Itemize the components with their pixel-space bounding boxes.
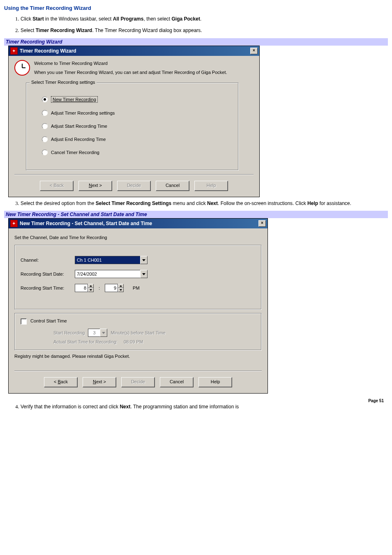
- text: . Follow the on-screen instructions. Cli…: [218, 200, 307, 206]
- radio-label: New Timer Recording: [51, 96, 98, 103]
- radio-label: Adjust Start Recording Time: [51, 124, 107, 129]
- radio-adjust-settings[interactable]: Adjust Timer Recording settings: [34, 110, 231, 116]
- lead-value: 3: [88, 329, 100, 337]
- actual-start-label: Actual Start Time for Recording:: [53, 339, 118, 344]
- minute-spinner[interactable]: 9: [105, 284, 124, 292]
- text: Next: [120, 404, 130, 410]
- step-3: Select the desired option from the Selec…: [21, 200, 388, 207]
- text: Next: [207, 200, 218, 206]
- figure-caption-2: New Timer Recording - Set Channel and St…: [4, 211, 388, 218]
- decide-button: Decide: [121, 377, 155, 387]
- underline: B: [58, 379, 61, 384]
- ampm-label: PM: [133, 286, 140, 290]
- figure-caption-1: Timer Recording Wizard: [4, 38, 388, 46]
- text: ack: [61, 379, 68, 384]
- dropdown-arrow-icon: [140, 256, 148, 264]
- close-button[interactable]: ×: [258, 220, 266, 227]
- actual-start-row: Actual Start Time for Recording: 08:09 P…: [53, 339, 256, 344]
- spin-up-icon[interactable]: [118, 284, 124, 288]
- text: Select: [21, 28, 36, 33]
- intro-line-2: When you use Timer Recording Wizard, you…: [34, 69, 227, 76]
- text: Help: [307, 200, 318, 206]
- cancel-button[interactable]: Cancel: [160, 377, 194, 387]
- text: Start: [32, 16, 44, 22]
- instructions-list-2: Select the desired option from the Selec…: [4, 200, 388, 207]
- text: All Programs: [113, 16, 144, 22]
- step-2: Select Timer Recording Wizard. The Timer…: [21, 27, 388, 34]
- intro-text: Welcome to Timer Recording Wizard When y…: [34, 60, 227, 76]
- instructions-list: Click Start in the Windows taskbar, sele…: [4, 15, 388, 34]
- channel-label: Channel:: [21, 258, 70, 263]
- text: ext >: [96, 379, 106, 384]
- radio-cancel-recording[interactable]: Cancel Timer Recording: [34, 150, 231, 155]
- help-button[interactable]: Help: [198, 377, 232, 387]
- control-start-time-box: Control Start Time Start Recording 3 Min…: [14, 313, 262, 350]
- button-row: < Back Next > Decide Cancel Help: [14, 175, 254, 191]
- text: Giga Pocket: [172, 16, 200, 22]
- start-time-label: Recording Start Time:: [21, 286, 70, 290]
- start-time-row: Recording Start Time: 8 : 9 PM: [21, 284, 256, 292]
- step-4: Verify that the information is correct a…: [21, 403, 388, 410]
- app-icon: ✦: [10, 47, 18, 55]
- radio-icon: [42, 110, 48, 116]
- channel-combo[interactable]: Ch 1 CH001: [75, 256, 148, 264]
- channel-row: Channel: Ch 1 CH001: [21, 256, 256, 264]
- step-1: Click Start in the Windows taskbar, sele…: [21, 15, 388, 23]
- text: menu and click: [171, 200, 207, 206]
- text: <: [54, 379, 58, 384]
- radio-adjust-end-time[interactable]: Adjust End Recording Time: [34, 136, 231, 142]
- back-button[interactable]: < Back: [44, 377, 78, 387]
- radio-label: Adjust End Recording Time: [51, 137, 106, 142]
- start-date-value: 7/24/2002: [75, 270, 140, 278]
- radio-adjust-start-time[interactable]: Adjust Start Recording Time: [34, 123, 231, 129]
- close-button[interactable]: ×: [250, 48, 258, 54]
- dropdown-arrow-icon: [140, 270, 148, 278]
- text: , then select: [143, 16, 171, 22]
- start-recording-label: Start Recording: [53, 330, 85, 335]
- text: Select the desired option from the: [21, 200, 96, 206]
- lead-time-row: Start Recording 3 Minute(s) before Start…: [53, 329, 256, 337]
- next-button[interactable]: Next >: [83, 377, 116, 387]
- decide-button: Decide: [117, 181, 151, 191]
- radio-label: Adjust Timer Recording settings: [51, 111, 115, 115]
- text: Click: [21, 16, 32, 22]
- text: . The programming station and time infor…: [130, 404, 239, 410]
- next-button[interactable]: Next >: [78, 181, 112, 191]
- titlebar: ✦ Timer Recording Wizard ×: [9, 46, 259, 56]
- underline: N: [89, 183, 92, 188]
- hour-value: 8: [75, 284, 88, 292]
- clock-icon: [14, 60, 30, 76]
- app-icon: ✦: [10, 220, 18, 227]
- text: Timer Recording Wizard: [36, 28, 92, 33]
- radio-icon: [42, 150, 48, 155]
- radio-new-timer-recording[interactable]: New Timer Recording: [34, 96, 231, 103]
- control-start-time-checkbox-row[interactable]: Control Start Time: [21, 318, 256, 325]
- checkbox-icon: [21, 318, 27, 325]
- radio-icon: [42, 97, 48, 102]
- dialog-instruction: Set the Channel, Date and Time for Recor…: [14, 235, 262, 240]
- title-text: Timer Recording Wizard: [20, 48, 250, 54]
- groupbox-legend: Select Timer Recording settings: [30, 80, 97, 85]
- start-date-row: Recording Start Date: 7/24/2002: [21, 270, 256, 278]
- channel-date-time-box: Channel: Ch 1 CH001 Recording Start Date…: [14, 245, 262, 310]
- radio-icon: [42, 136, 48, 142]
- spin-down-icon[interactable]: [118, 288, 124, 292]
- cancel-button[interactable]: Cancel: [156, 181, 189, 191]
- start-date-label: Recording Start Date:: [21, 272, 70, 276]
- button-row: < Back Next > Decide Cancel Help: [14, 371, 262, 387]
- page-title: Using the Timer Recording Wizard: [4, 5, 388, 11]
- radio-icon: [42, 123, 48, 129]
- hour-spinner[interactable]: 8: [75, 284, 94, 292]
- settings-groupbox: Select Timer Recording settings New Time…: [26, 83, 239, 170]
- text: . The Timer Recording Wizard dialog box …: [92, 28, 202, 33]
- dropdown-arrow-icon: [100, 329, 107, 337]
- help-button: Help: [194, 181, 228, 191]
- text: Select Timer Recording Settings: [96, 200, 172, 206]
- text: in the Windows taskbar, select: [44, 16, 113, 22]
- spin-up-icon[interactable]: [88, 284, 94, 288]
- minutes-before-label: Minute(s) before Start Time: [111, 330, 165, 335]
- start-date-combo[interactable]: 7/24/2002: [75, 270, 148, 278]
- underline: N: [93, 379, 96, 384]
- spin-down-icon[interactable]: [88, 288, 94, 292]
- intro-line-1: Welcome to Timer Recording Wizard: [34, 60, 227, 67]
